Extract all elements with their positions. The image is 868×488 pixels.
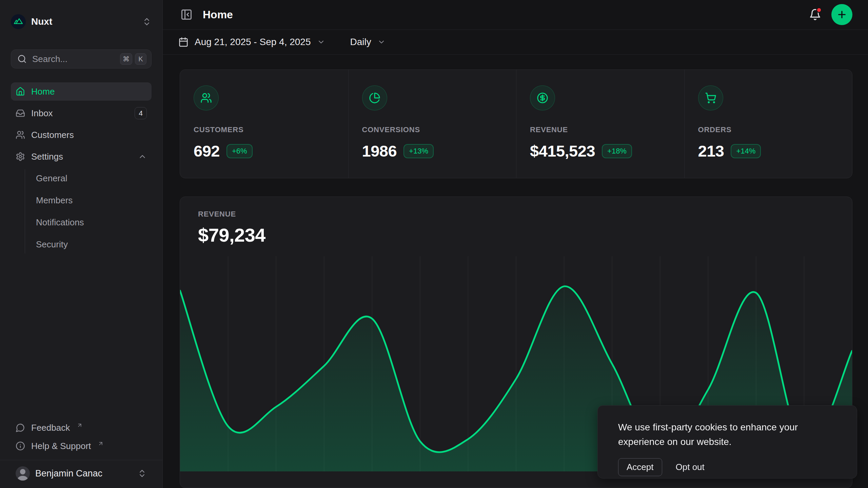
users-icon <box>194 85 219 110</box>
sidebar-item-label: Feedback <box>31 423 70 433</box>
stat-customers[interactable]: CUSTOMERS 692 +6% <box>180 70 348 178</box>
sidebar-item-label: Help & Support <box>31 441 91 451</box>
panel-collapse-icon <box>180 8 193 21</box>
stat-label: REVENUE <box>530 125 671 134</box>
sidebar-item-settings[interactable]: Settings <box>11 147 152 166</box>
page-header: Home <box>163 0 868 30</box>
date-range-value: Aug 21, 2025 - Sep 4, 2025 <box>195 37 311 47</box>
user-menu[interactable]: Benjamin Canac <box>11 460 152 488</box>
users-icon <box>16 130 25 140</box>
stat-value: 1986 <box>362 142 397 160</box>
chevron-down-icon <box>377 38 386 46</box>
kbd-k: K <box>135 53 146 65</box>
stat-label: CONVERSIONS <box>362 125 503 134</box>
sidebar-nav: Home Inbox 4 Customers Settings <box>11 82 152 253</box>
calendar-icon <box>178 37 189 47</box>
team-name: Nuxt <box>31 16 52 27</box>
stat-delta-badge: +18% <box>602 144 632 158</box>
chat-bubble-icon <box>16 423 25 432</box>
sidebar-item-label: Customers <box>31 130 74 140</box>
chevron-up-icon <box>138 152 147 161</box>
chevrons-up-down-icon <box>142 17 152 26</box>
cookie-banner: We use first-party cookies to enhance yo… <box>597 405 857 479</box>
external-link-icon <box>77 422 83 428</box>
cart-icon <box>698 85 723 110</box>
filter-toolbar: Aug 21, 2025 - Sep 4, 2025 Daily <box>163 30 868 55</box>
sidebar-collapse-button[interactable] <box>178 6 195 23</box>
sidebar-item-label: Inbox <box>31 108 53 119</box>
page-title: Home <box>203 8 233 21</box>
plus-icon <box>836 9 847 20</box>
opt-out-button[interactable]: Opt out <box>676 462 705 472</box>
sidebar-subitem-notifications[interactable]: Notifications <box>25 214 152 231</box>
period-value: Daily <box>350 37 371 47</box>
stat-label: CUSTOMERS <box>194 125 335 134</box>
stat-delta-badge: +14% <box>731 144 761 158</box>
settings-sub-list: General Members Notifications Security <box>25 169 152 253</box>
search-placeholder: Search... <box>32 54 115 64</box>
stat-value: $415,523 <box>530 142 595 160</box>
notifications-button[interactable] <box>809 8 821 21</box>
inbox-count-badge: 4 <box>135 107 147 119</box>
sidebar-item-feedback[interactable]: Feedback <box>11 419 152 437</box>
sidebar-item-help-support[interactable]: Help & Support <box>11 437 152 455</box>
period-select[interactable]: Daily <box>350 37 386 47</box>
revenue-chart-label: REVENUE <box>198 210 852 219</box>
stat-conversions[interactable]: CONVERSIONS 1986 +13% <box>348 70 516 178</box>
pie-chart-icon <box>362 85 387 110</box>
stat-delta-badge: +6% <box>226 144 253 158</box>
team-switcher[interactable]: Nuxt <box>11 14 152 30</box>
user-name: Benjamin Canac <box>35 468 102 479</box>
search-input[interactable]: Search... ⌘ K <box>11 49 152 68</box>
search-icon <box>17 54 27 64</box>
sidebar-item-customers[interactable]: Customers <box>11 126 152 144</box>
kbd-meta: ⌘ <box>120 53 132 65</box>
gear-icon <box>16 152 25 161</box>
chevrons-up-down-icon <box>137 469 147 478</box>
stat-label: ORDERS <box>698 125 839 134</box>
cookie-message: We use first-party cookies to enhance yo… <box>618 420 822 449</box>
sidebar-item-home[interactable]: Home <box>11 82 152 101</box>
external-link-icon <box>98 441 104 447</box>
home-icon <box>16 87 25 96</box>
stat-revenue[interactable]: REVENUE $415,523 +18% <box>516 70 684 178</box>
inbox-icon <box>16 108 25 118</box>
sidebar-subitem-general[interactable]: General <box>25 169 152 187</box>
nuxt-logo-icon <box>11 14 26 29</box>
accept-button[interactable]: Accept <box>618 458 662 476</box>
sidebar: Nuxt Search... ⌘ K Home <box>0 0 163 488</box>
stats-card: CUSTOMERS 692 +6% CONVERSIONS 1986 +13% <box>180 69 852 178</box>
revenue-chart-value: $79,234 <box>198 224 852 246</box>
sidebar-subitem-security[interactable]: Security <box>25 236 152 253</box>
stat-delta-badge: +13% <box>403 144 434 158</box>
sidebar-item-inbox[interactable]: Inbox 4 <box>11 104 152 122</box>
sidebar-item-label: Home <box>31 86 55 97</box>
chevron-down-icon <box>317 38 325 46</box>
sidebar-item-label: Settings <box>31 151 63 162</box>
avatar <box>16 466 30 481</box>
sidebar-subitem-members[interactable]: Members <box>25 191 152 209</box>
info-circle-icon <box>16 441 25 451</box>
stat-value: 213 <box>698 142 724 160</box>
stat-orders[interactable]: ORDERS 213 +14% <box>684 70 852 178</box>
dollar-circle-icon <box>530 85 555 110</box>
date-range-picker[interactable]: Aug 21, 2025 - Sep 4, 2025 <box>178 37 325 47</box>
add-button[interactable] <box>831 4 852 25</box>
stat-value: 692 <box>194 142 220 160</box>
